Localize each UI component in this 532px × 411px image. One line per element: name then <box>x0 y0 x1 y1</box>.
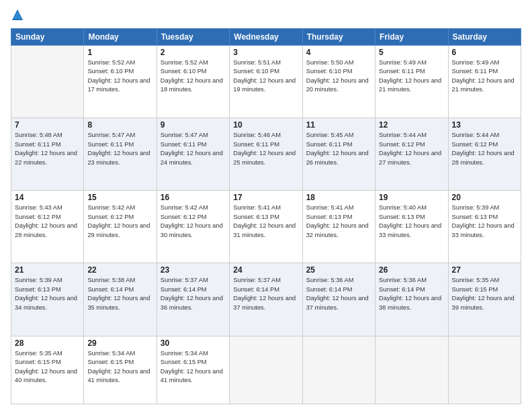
sunrise: Sunrise: 5:50 AM <box>306 59 354 66</box>
sunset: Sunset: 6:13 PM <box>233 214 279 220</box>
sunset: Sunset: 6:13 PM <box>452 214 498 220</box>
day-number: 30 <box>161 338 226 348</box>
day-info: Sunrise: 5:36 AM Sunset: 6:14 PM Dayligh… <box>306 276 371 312</box>
sunrise: Sunrise: 5:52 AM <box>87 59 135 66</box>
calendar-day-cell <box>11 46 84 118</box>
daylight: Daylight: 12 hours and 27 minutes. <box>379 150 441 165</box>
calendar-day-cell <box>448 336 521 404</box>
daylight: Daylight: 12 hours and 21 minutes. <box>452 77 515 93</box>
logo <box>11 8 27 23</box>
sunset: Sunset: 6:15 PM <box>15 359 61 365</box>
calendar-day-cell: 28 Sunrise: 5:35 AM Sunset: 6:15 PM Dayl… <box>11 336 84 404</box>
daylight: Daylight: 12 hours and 41 minutes. <box>161 368 223 383</box>
header <box>11 8 521 23</box>
calendar-week-row: 21 Sunrise: 5:39 AM Sunset: 6:13 PM Dayl… <box>11 263 521 336</box>
sunrise: Sunrise: 5:52 AM <box>161 59 208 66</box>
day-info: Sunrise: 5:47 AM Sunset: 6:11 PM Dayligh… <box>87 131 152 167</box>
daylight: Daylight: 12 hours and 23 minutes. <box>87 150 150 165</box>
daylight: Daylight: 12 hours and 28 minutes. <box>452 150 515 165</box>
calendar-day-cell: 18 Sunrise: 5:41 AM Sunset: 6:13 PM Dayl… <box>302 191 375 263</box>
calendar-week-row: 1 Sunrise: 5:52 AM Sunset: 6:10 PM Dayli… <box>11 46 521 118</box>
sunrise: Sunrise: 5:45 AM <box>306 132 354 138</box>
sunrise: Sunrise: 5:39 AM <box>15 277 62 283</box>
daylight: Daylight: 12 hours and 30 minutes. <box>161 222 223 238</box>
day-info: Sunrise: 5:42 AM Sunset: 6:12 PM Dayligh… <box>161 203 226 240</box>
sunset: Sunset: 6:11 PM <box>87 141 134 148</box>
sunrise: Sunrise: 5:37 AM <box>233 277 281 283</box>
day-number: 29 <box>87 338 152 348</box>
sunset: Sunset: 6:10 PM <box>161 68 207 75</box>
calendar-day-cell: 22 Sunrise: 5:38 AM Sunset: 6:14 PM Dayl… <box>84 263 157 336</box>
day-number: 26 <box>379 265 444 275</box>
sunset: Sunset: 6:11 PM <box>161 141 207 148</box>
daylight: Daylight: 12 hours and 31 minutes. <box>233 222 296 238</box>
day-number: 5 <box>379 48 444 57</box>
sunset: Sunset: 6:12 PM <box>161 214 207 220</box>
sunset: Sunset: 6:11 PM <box>233 141 279 148</box>
sunrise: Sunrise: 5:43 AM <box>15 204 62 211</box>
sunrise: Sunrise: 5:47 AM <box>87 132 135 138</box>
calendar-day-cell: 29 Sunrise: 5:34 AM Sunset: 6:15 PM Dayl… <box>84 336 157 404</box>
day-number: 24 <box>233 265 298 275</box>
day-info: Sunrise: 5:39 AM Sunset: 6:13 PM Dayligh… <box>452 203 517 240</box>
calendar-day-cell: 7 Sunrise: 5:48 AM Sunset: 6:11 PM Dayli… <box>11 118 84 191</box>
day-info: Sunrise: 5:40 AM Sunset: 6:13 PM Dayligh… <box>379 203 444 240</box>
day-number: 9 <box>161 120 226 130</box>
sunrise: Sunrise: 5:42 AM <box>161 204 208 211</box>
day-number: 1 <box>87 48 152 57</box>
sunrise: Sunrise: 5:37 AM <box>161 277 208 283</box>
day-info: Sunrise: 5:39 AM Sunset: 6:13 PM Dayligh… <box>15 276 80 312</box>
calendar-day-cell: 25 Sunrise: 5:36 AM Sunset: 6:14 PM Dayl… <box>302 263 375 336</box>
sunset: Sunset: 6:10 PM <box>306 68 353 75</box>
daylight: Daylight: 12 hours and 29 minutes. <box>87 222 150 238</box>
sunset: Sunset: 6:11 PM <box>15 141 61 148</box>
day-info: Sunrise: 5:51 AM Sunset: 6:10 PM Dayligh… <box>233 58 298 95</box>
day-info: Sunrise: 5:52 AM Sunset: 6:10 PM Dayligh… <box>161 58 226 95</box>
sunrise: Sunrise: 5:41 AM <box>233 204 281 211</box>
day-number: 11 <box>306 120 371 130</box>
daylight: Daylight: 12 hours and 34 minutes. <box>15 295 77 310</box>
day-number: 3 <box>233 48 298 57</box>
day-info: Sunrise: 5:42 AM Sunset: 6:12 PM Dayligh… <box>87 203 152 240</box>
day-number: 8 <box>87 120 152 130</box>
calendar-day-cell: 14 Sunrise: 5:43 AM Sunset: 6:12 PM Dayl… <box>11 191 84 263</box>
daylight: Daylight: 12 hours and 35 minutes. <box>87 295 150 310</box>
sunset: Sunset: 6:14 PM <box>306 286 353 293</box>
day-info: Sunrise: 5:47 AM Sunset: 6:11 PM Dayligh… <box>161 131 226 167</box>
daylight: Daylight: 12 hours and 33 minutes. <box>452 222 515 238</box>
sunrise: Sunrise: 5:34 AM <box>161 350 208 357</box>
calendar-day-cell: 12 Sunrise: 5:44 AM Sunset: 6:12 PM Dayl… <box>375 118 448 191</box>
day-info: Sunrise: 5:48 AM Sunset: 6:11 PM Dayligh… <box>15 131 80 167</box>
day-number: 15 <box>87 193 152 202</box>
calendar-day-cell <box>375 336 448 404</box>
day-of-week-header: Sunday <box>11 29 84 46</box>
day-info: Sunrise: 5:41 AM Sunset: 6:13 PM Dayligh… <box>233 203 298 240</box>
sunrise: Sunrise: 5:44 AM <box>452 132 500 138</box>
calendar-week-row: 14 Sunrise: 5:43 AM Sunset: 6:12 PM Dayl… <box>11 191 521 263</box>
sunset: Sunset: 6:12 PM <box>87 214 134 220</box>
calendar-day-cell: 15 Sunrise: 5:42 AM Sunset: 6:12 PM Dayl… <box>84 191 157 263</box>
sunrise: Sunrise: 5:42 AM <box>87 204 135 211</box>
daylight: Daylight: 12 hours and 38 minutes. <box>379 295 441 310</box>
sunset: Sunset: 6:14 PM <box>161 286 207 293</box>
daylight: Daylight: 12 hours and 17 minutes. <box>87 77 150 93</box>
day-number: 27 <box>452 265 517 275</box>
sunset: Sunset: 6:14 PM <box>379 286 425 293</box>
day-of-week-header: Friday <box>375 29 448 46</box>
calendar-day-cell: 1 Sunrise: 5:52 AM Sunset: 6:10 PM Dayli… <box>84 46 157 118</box>
calendar-day-cell: 6 Sunrise: 5:49 AM Sunset: 6:11 PM Dayli… <box>448 46 521 118</box>
day-of-week-header: Saturday <box>448 29 521 46</box>
day-number: 18 <box>306 193 371 202</box>
day-number: 10 <box>233 120 298 130</box>
sunset: Sunset: 6:13 PM <box>15 286 61 293</box>
day-info: Sunrise: 5:46 AM Sunset: 6:11 PM Dayligh… <box>233 131 298 167</box>
sunrise: Sunrise: 5:40 AM <box>379 204 427 211</box>
day-info: Sunrise: 5:44 AM Sunset: 6:12 PM Dayligh… <box>452 131 517 167</box>
calendar-day-cell: 11 Sunrise: 5:45 AM Sunset: 6:11 PM Dayl… <box>302 118 375 191</box>
calendar-day-cell: 23 Sunrise: 5:37 AM Sunset: 6:14 PM Dayl… <box>157 263 229 336</box>
day-of-week-header: Monday <box>84 29 157 46</box>
sunset: Sunset: 6:11 PM <box>379 68 425 75</box>
day-info: Sunrise: 5:34 AM Sunset: 6:15 PM Dayligh… <box>87 349 152 385</box>
day-of-week-header: Wednesday <box>230 29 302 46</box>
sunrise: Sunrise: 5:35 AM <box>15 350 62 357</box>
